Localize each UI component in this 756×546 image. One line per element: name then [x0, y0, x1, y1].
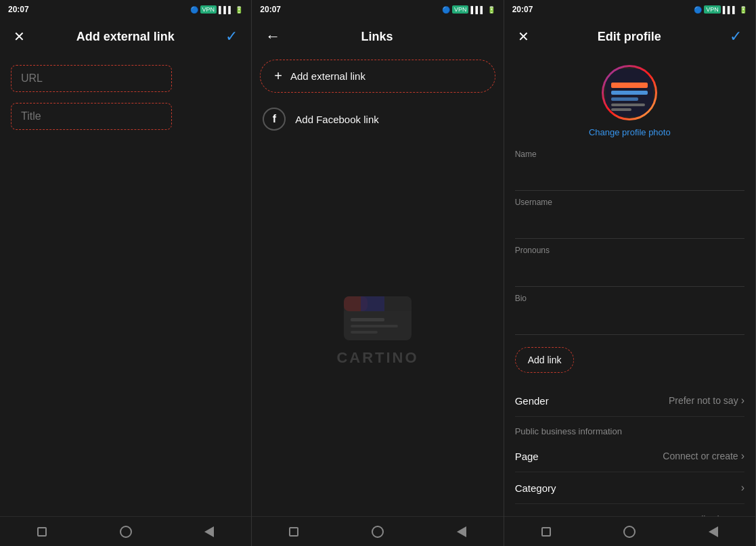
- watermark-text: CARTINO: [336, 349, 418, 367]
- status-icons-3: 🔵 VPN ▌▌▌ 🔋: [694, 5, 747, 14]
- page-value-area: Connect or create ›: [663, 450, 744, 462]
- vpn-badge-2: VPN: [452, 5, 469, 14]
- nav-circle-1[interactable]: [118, 524, 134, 540]
- nav-back-2[interactable]: [453, 524, 470, 540]
- back-button-2[interactable]: ←: [263, 25, 283, 48]
- close-button-1[interactable]: ✕: [11, 26, 28, 47]
- nav-square-1[interactable]: [34, 524, 50, 540]
- watermark-area: CARTINO: [252, 140, 503, 516]
- status-time-3: 20:07: [512, 5, 533, 14]
- url-input[interactable]: [11, 65, 172, 92]
- name-label: Name: [515, 150, 744, 159]
- username-input[interactable]: [515, 208, 744, 231]
- page-chevron-icon: ›: [741, 450, 744, 462]
- bluetooth-icon-3: 🔵: [694, 6, 702, 14]
- bio-label: Bio: [515, 294, 744, 303]
- panel1-content: [0, 54, 251, 516]
- gender-value: Prefer not to say: [669, 395, 738, 406]
- page-row[interactable]: Page Connect or create ›: [515, 440, 744, 472]
- bio-input[interactable]: [515, 304, 744, 327]
- avatar-inner: [604, 67, 655, 118]
- profile-form: Name Username Pronouns Bio Add link Gend…: [504, 143, 755, 516]
- nav-square-2[interactable]: [286, 524, 302, 540]
- add-link-area: Add link: [515, 335, 744, 385]
- battery-icon-2: 🔋: [487, 6, 495, 14]
- bottom-nav-1: [0, 516, 251, 546]
- panel3-title: Edit profile: [598, 30, 661, 44]
- top-bar-3: ✕ Edit profile ✓: [504, 19, 755, 54]
- battery-icon: 🔋: [235, 6, 243, 14]
- panel2-title: Links: [361, 30, 393, 44]
- category-row[interactable]: Category ›: [515, 472, 744, 504]
- svg-rect-13: [611, 108, 631, 111]
- svg-rect-7: [361, 296, 384, 311]
- name-field-group: Name: [515, 143, 744, 191]
- signal-icon-2: ▌▌▌: [470, 6, 485, 14]
- status-time-1: 20:07: [8, 5, 29, 14]
- page-label: Page: [515, 451, 539, 462]
- username-label: Username: [515, 198, 744, 207]
- watermark-logo: CARTINO: [336, 290, 418, 367]
- page-value: Connect or create: [663, 451, 738, 461]
- status-bar-1: 20:07 🔵 VPN ▌▌▌ 🔋: [0, 0, 251, 19]
- avatar-ring[interactable]: [602, 65, 657, 120]
- status-time-2: 20:07: [260, 5, 281, 14]
- gender-chevron-icon: ›: [741, 394, 744, 407]
- plus-icon: +: [274, 68, 282, 84]
- title-input[interactable]: [11, 103, 172, 130]
- svg-rect-3: [351, 318, 384, 321]
- pronouns-field-group: Pronouns: [515, 239, 744, 287]
- svg-rect-12: [611, 104, 645, 106]
- svg-rect-10: [611, 91, 648, 95]
- category-label: Category: [515, 482, 556, 494]
- gender-row[interactable]: Gender Prefer not to say ›: [515, 385, 744, 417]
- confirm-button-1[interactable]: ✓: [223, 25, 240, 48]
- nav-back-1[interactable]: [201, 524, 217, 540]
- category-chevron-icon: ›: [741, 482, 744, 494]
- gender-value-area: Prefer not to say ›: [669, 394, 744, 407]
- bluetooth-icon-2: 🔵: [442, 6, 450, 14]
- pronouns-label: Pronouns: [515, 246, 744, 255]
- contact-options-row[interactable]: Contact options Email, Phone ›: [515, 504, 744, 516]
- bio-field-group: Bio: [515, 287, 744, 335]
- add-external-link-panel: 20:07 🔵 VPN ▌▌▌ 🔋 ✕ Add external link ✓: [0, 0, 252, 546]
- edit-profile-panel: 20:07 🔵 VPN ▌▌▌ 🔋 ✕ Edit profile ✓: [504, 0, 756, 546]
- close-button-3[interactable]: ✕: [515, 26, 532, 47]
- nav-circle-2[interactable]: [370, 524, 386, 540]
- status-icons-1: 🔵 VPN ▌▌▌ 🔋: [190, 5, 244, 14]
- svg-rect-4: [351, 325, 398, 327]
- top-bar-1: ✕ Add external link ✓: [0, 19, 251, 54]
- nav-square-3[interactable]: [538, 524, 554, 540]
- vpn-badge-3: VPN: [704, 5, 721, 14]
- nav-circle-3[interactable]: [621, 524, 638, 540]
- top-bar-2: ← Links: [252, 19, 503, 54]
- public-business-header: Public business information: [515, 417, 744, 440]
- avatar-area: Change profile photo: [504, 54, 755, 143]
- gender-label: Gender: [515, 395, 549, 407]
- svg-rect-5: [351, 331, 378, 334]
- pronouns-input[interactable]: [515, 256, 744, 279]
- panel1-title: Add external link: [76, 30, 175, 44]
- svg-rect-9: [611, 83, 648, 88]
- username-field-group: Username: [515, 191, 744, 239]
- add-external-link-button[interactable]: + Add external link: [260, 60, 495, 93]
- bottom-nav-3: [504, 516, 755, 546]
- change-photo-button[interactable]: Change profile photo: [589, 127, 671, 137]
- add-link-button[interactable]: Add link: [515, 347, 575, 373]
- add-facebook-link-label: Add Facebook link: [295, 114, 378, 125]
- logo-graphic: [337, 290, 418, 344]
- status-icons-2: 🔵 VPN ▌▌▌ 🔋: [442, 5, 495, 14]
- add-facebook-link-row[interactable]: f Add Facebook link: [252, 98, 503, 140]
- nav-back-3[interactable]: [705, 524, 721, 540]
- avatar-image: [606, 69, 653, 116]
- status-bar-2: 20:07 🔵 VPN ▌▌▌ 🔋: [252, 0, 503, 19]
- name-input[interactable]: [515, 160, 744, 183]
- signal-icon-3: ▌▌▌: [723, 6, 737, 14]
- status-bar-3: 20:07 🔵 VPN ▌▌▌ 🔋: [504, 0, 755, 19]
- links-panel: 20:07 🔵 VPN ▌▌▌ 🔋 ← Links + Add external…: [252, 0, 504, 546]
- add-external-link-label: Add external link: [290, 70, 365, 82]
- facebook-icon: f: [263, 108, 286, 131]
- svg-rect-11: [611, 97, 638, 101]
- category-value-area: ›: [741, 482, 744, 494]
- confirm-button-3[interactable]: ✓: [727, 25, 744, 48]
